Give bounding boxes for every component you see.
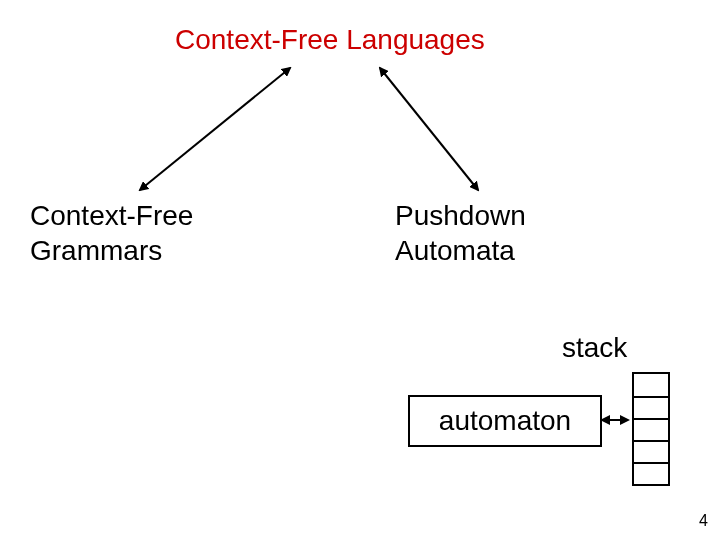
- arrows-overlay: [0, 0, 720, 540]
- automaton-box: automaton: [408, 395, 602, 447]
- stack-cell: [634, 418, 668, 440]
- automaton-box-label: automaton: [439, 405, 571, 437]
- arrow-title-to-automata: [380, 68, 478, 190]
- slide-number: 4: [699, 512, 708, 530]
- stack-box: [632, 372, 670, 486]
- stack-cell: [634, 462, 668, 484]
- stack-caption: stack: [562, 330, 627, 365]
- left-node-label: Context-Free Grammars: [30, 198, 193, 268]
- stack-cell: [634, 396, 668, 418]
- stack-cell: [634, 440, 668, 462]
- arrow-title-to-grammars: [140, 68, 290, 190]
- right-node-label: Pushdown Automata: [395, 198, 526, 268]
- stack-cell: [634, 374, 668, 396]
- diagram-title: Context-Free Languages: [175, 22, 485, 57]
